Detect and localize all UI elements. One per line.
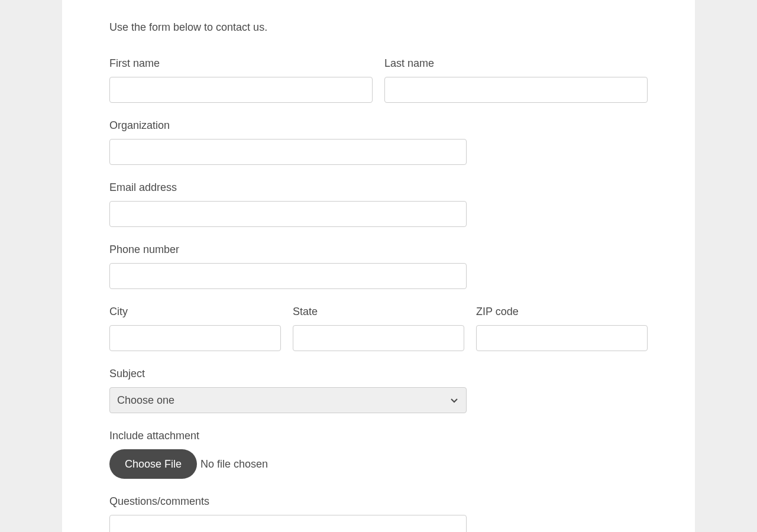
label-comments: Questions/comments: [109, 495, 467, 508]
row-location: City State ZIP code: [109, 306, 648, 351]
field-zip: ZIP code: [476, 306, 648, 351]
field-subject: Subject Choose one: [109, 368, 467, 413]
intro-text: Use the form below to contact us.: [109, 21, 648, 34]
file-picker: Choose File No file chosen: [109, 449, 648, 479]
input-last-name[interactable]: [384, 77, 648, 103]
input-city[interactable]: [109, 325, 281, 351]
field-last-name: Last name: [384, 57, 648, 103]
field-comments: Questions/comments: [109, 495, 467, 532]
select-subject[interactable]: Choose one: [109, 387, 467, 413]
select-subject-value: Choose one: [117, 394, 174, 407]
input-first-name[interactable]: [109, 77, 373, 103]
row-comments: Questions/comments: [109, 495, 648, 532]
label-email: Email address: [109, 181, 467, 194]
row-organization: Organization: [109, 119, 648, 165]
field-first-name: First name: [109, 57, 373, 103]
choose-file-button[interactable]: Choose File: [109, 449, 197, 479]
input-email[interactable]: [109, 201, 467, 227]
label-state: State: [293, 306, 464, 318]
input-phone[interactable]: [109, 263, 467, 289]
file-status-text: No file chosen: [200, 458, 268, 471]
field-state: State: [293, 306, 464, 351]
row-email: Email address: [109, 181, 648, 227]
row-phone: Phone number: [109, 244, 648, 289]
label-phone: Phone number: [109, 244, 467, 256]
label-city: City: [109, 306, 281, 318]
contact-form-page: Use the form below to contact us. First …: [62, 0, 695, 532]
input-state[interactable]: [293, 325, 464, 351]
field-organization: Organization: [109, 119, 467, 165]
label-zip: ZIP code: [476, 306, 648, 318]
row-attachment: Include attachment Choose File No file c…: [109, 430, 648, 479]
row-name: First name Last name: [109, 57, 648, 103]
textarea-comments[interactable]: [109, 515, 467, 532]
label-organization: Organization: [109, 119, 467, 132]
chevron-down-icon: [451, 395, 458, 406]
input-organization[interactable]: [109, 139, 467, 165]
field-phone: Phone number: [109, 244, 467, 289]
label-subject: Subject: [109, 368, 467, 380]
label-last-name: Last name: [384, 57, 648, 70]
label-first-name: First name: [109, 57, 373, 70]
label-attachment: Include attachment: [109, 430, 648, 442]
field-city: City: [109, 306, 281, 351]
field-email: Email address: [109, 181, 467, 227]
input-zip[interactable]: [476, 325, 648, 351]
row-subject: Subject Choose one: [109, 368, 648, 413]
